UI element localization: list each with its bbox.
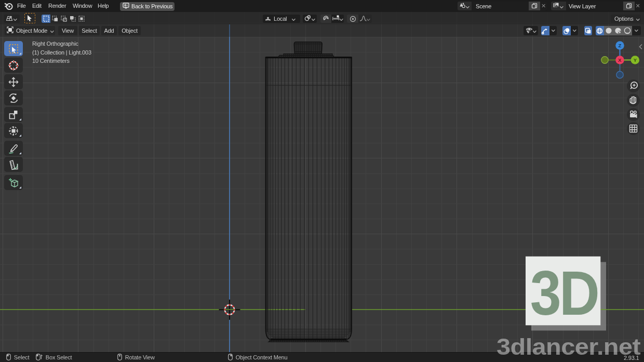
svg-text:X: X bbox=[618, 57, 622, 63]
svg-text:Z: Z bbox=[619, 43, 622, 48]
svg-text:3dlancer.net: 3dlancer.net bbox=[497, 334, 641, 360]
svg-text:3D: 3D bbox=[530, 258, 598, 328]
svg-text:Y: Y bbox=[634, 57, 637, 63]
